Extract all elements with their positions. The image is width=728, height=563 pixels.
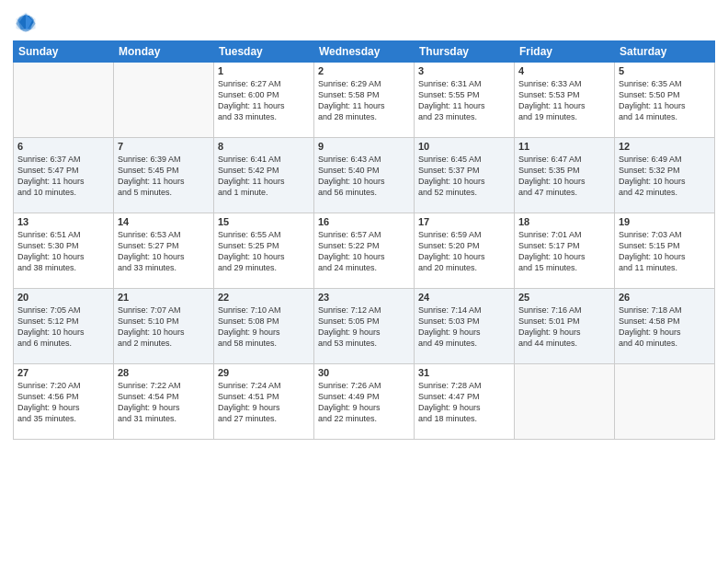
day-number: 18 [518, 216, 610, 227]
calendar-cell [515, 364, 615, 440]
day-number: 10 [418, 141, 510, 152]
calendar-cell: 24Sunrise: 7:14 AM Sunset: 5:03 PM Dayli… [415, 289, 515, 364]
calendar-table: SundayMondayTuesdayWednesdayThursdayFrid… [13, 40, 715, 440]
day-number: 23 [318, 292, 410, 303]
calendar-cell: 28Sunrise: 7:22 AM Sunset: 4:54 PM Dayli… [114, 364, 214, 440]
day-number: 26 [619, 292, 711, 303]
day-info: Sunrise: 6:29 AM Sunset: 5:58 PM Dayligh… [318, 78, 410, 123]
calendar-cell [114, 63, 214, 138]
day-number: 20 [17, 292, 109, 303]
calendar-cell: 15Sunrise: 6:55 AM Sunset: 5:25 PM Dayli… [214, 213, 314, 289]
calendar-cell: 12Sunrise: 6:49 AM Sunset: 5:32 PM Dayli… [615, 138, 715, 213]
calendar-cell: 11Sunrise: 6:47 AM Sunset: 5:35 PM Dayli… [515, 138, 615, 213]
day-info: Sunrise: 6:47 AM Sunset: 5:35 PM Dayligh… [518, 154, 610, 199]
calendar-week-row: 6Sunrise: 6:37 AM Sunset: 5:47 PM Daylig… [14, 138, 715, 213]
day-number: 14 [118, 216, 210, 227]
day-number: 24 [418, 292, 510, 303]
day-info: Sunrise: 7:07 AM Sunset: 5:10 PM Dayligh… [118, 304, 210, 350]
day-number: 5 [619, 65, 711, 76]
calendar-cell: 30Sunrise: 7:26 AM Sunset: 4:49 PM Dayli… [314, 364, 415, 440]
day-info: Sunrise: 6:27 AM Sunset: 6:00 PM Dayligh… [218, 78, 310, 123]
calendar-cell: 20Sunrise: 7:05 AM Sunset: 5:12 PM Dayli… [14, 289, 114, 364]
day-number: 13 [17, 216, 109, 227]
calendar-cell: 29Sunrise: 7:24 AM Sunset: 4:51 PM Dayli… [214, 364, 314, 440]
day-info: Sunrise: 7:28 AM Sunset: 4:47 PM Dayligh… [418, 380, 510, 425]
day-number: 21 [118, 292, 210, 303]
day-info: Sunrise: 6:35 AM Sunset: 5:50 PM Dayligh… [619, 78, 711, 123]
calendar-cell: 19Sunrise: 7:03 AM Sunset: 5:15 PM Dayli… [615, 213, 715, 289]
calendar-cell: 13Sunrise: 6:51 AM Sunset: 5:30 PM Dayli… [14, 213, 114, 289]
calendar-cell: 14Sunrise: 6:53 AM Sunset: 5:27 PM Dayli… [114, 213, 214, 289]
calendar-cell: 7Sunrise: 6:39 AM Sunset: 5:45 PM Daylig… [114, 138, 214, 213]
day-number: 16 [318, 216, 410, 227]
day-number: 19 [619, 216, 711, 227]
day-info: Sunrise: 7:16 AM Sunset: 5:01 PM Dayligh… [518, 304, 610, 350]
weekday-header-wednesday: Wednesday [314, 41, 415, 63]
weekday-header-friday: Friday [515, 41, 615, 63]
day-info: Sunrise: 6:51 AM Sunset: 5:30 PM Dayligh… [17, 229, 109, 274]
calendar-week-row: 27Sunrise: 7:20 AM Sunset: 4:56 PM Dayli… [14, 364, 715, 440]
day-info: Sunrise: 7:14 AM Sunset: 5:03 PM Dayligh… [418, 304, 510, 350]
calendar-cell: 27Sunrise: 7:20 AM Sunset: 4:56 PM Dayli… [14, 364, 114, 440]
day-number: 7 [118, 141, 210, 152]
day-number: 12 [619, 141, 711, 152]
calendar-cell: 26Sunrise: 7:18 AM Sunset: 4:58 PM Dayli… [615, 289, 715, 364]
weekday-header-tuesday: Tuesday [214, 41, 314, 63]
calendar-cell: 10Sunrise: 6:45 AM Sunset: 5:37 PM Dayli… [415, 138, 515, 213]
day-info: Sunrise: 7:10 AM Sunset: 5:08 PM Dayligh… [218, 304, 310, 350]
day-number: 3 [418, 65, 510, 76]
calendar-cell: 18Sunrise: 7:01 AM Sunset: 5:17 PM Dayli… [515, 213, 615, 289]
calendar-cell: 8Sunrise: 6:41 AM Sunset: 5:42 PM Daylig… [214, 138, 314, 213]
weekday-header-row: SundayMondayTuesdayWednesdayThursdayFrid… [14, 41, 715, 63]
logo [13, 9, 42, 35]
day-number: 11 [518, 141, 610, 152]
day-number: 15 [218, 216, 310, 227]
page-container: SundayMondayTuesdayWednesdayThursdayFrid… [0, 0, 728, 563]
day-number: 2 [318, 65, 410, 76]
calendar-week-row: 20Sunrise: 7:05 AM Sunset: 5:12 PM Dayli… [14, 289, 715, 364]
calendar-cell: 4Sunrise: 6:33 AM Sunset: 5:53 PM Daylig… [515, 63, 615, 138]
calendar-cell: 17Sunrise: 6:59 AM Sunset: 5:20 PM Dayli… [415, 213, 515, 289]
calendar-cell: 31Sunrise: 7:28 AM Sunset: 4:47 PM Dayli… [415, 364, 515, 440]
day-info: Sunrise: 6:43 AM Sunset: 5:40 PM Dayligh… [318, 154, 410, 199]
day-number: 9 [318, 141, 410, 152]
day-number: 8 [218, 141, 310, 152]
day-info: Sunrise: 7:12 AM Sunset: 5:05 PM Dayligh… [318, 304, 410, 350]
calendar-cell: 22Sunrise: 7:10 AM Sunset: 5:08 PM Dayli… [214, 289, 314, 364]
weekday-header-thursday: Thursday [415, 41, 515, 63]
day-number: 17 [418, 216, 510, 227]
day-number: 30 [318, 367, 410, 378]
weekday-header-monday: Monday [114, 41, 214, 63]
calendar-week-row: 1Sunrise: 6:27 AM Sunset: 6:00 PM Daylig… [14, 63, 715, 138]
day-number: 29 [218, 367, 310, 378]
day-info: Sunrise: 7:20 AM Sunset: 4:56 PM Dayligh… [17, 380, 109, 425]
calendar-cell: 5Sunrise: 6:35 AM Sunset: 5:50 PM Daylig… [615, 63, 715, 138]
day-number: 31 [418, 367, 510, 378]
calendar-cell: 2Sunrise: 6:29 AM Sunset: 5:58 PM Daylig… [314, 63, 415, 138]
weekday-header-sunday: Sunday [14, 41, 114, 63]
day-info: Sunrise: 6:49 AM Sunset: 5:32 PM Dayligh… [619, 154, 711, 199]
day-number: 1 [218, 65, 310, 76]
calendar-cell: 9Sunrise: 6:43 AM Sunset: 5:40 PM Daylig… [314, 138, 415, 213]
day-number: 6 [17, 141, 109, 152]
day-info: Sunrise: 7:03 AM Sunset: 5:15 PM Dayligh… [619, 229, 711, 274]
day-number: 22 [218, 292, 310, 303]
calendar-cell: 6Sunrise: 6:37 AM Sunset: 5:47 PM Daylig… [14, 138, 114, 213]
weekday-header-saturday: Saturday [615, 41, 715, 63]
day-info: Sunrise: 6:59 AM Sunset: 5:20 PM Dayligh… [418, 229, 510, 274]
day-info: Sunrise: 6:41 AM Sunset: 5:42 PM Dayligh… [218, 154, 310, 199]
calendar-cell: 23Sunrise: 7:12 AM Sunset: 5:05 PM Dayli… [314, 289, 415, 364]
day-info: Sunrise: 6:31 AM Sunset: 5:55 PM Dayligh… [418, 78, 510, 123]
day-number: 25 [518, 292, 610, 303]
page-header [13, 9, 715, 35]
day-info: Sunrise: 6:33 AM Sunset: 5:53 PM Dayligh… [518, 78, 610, 123]
day-info: Sunrise: 7:22 AM Sunset: 4:54 PM Dayligh… [118, 380, 210, 425]
day-info: Sunrise: 6:39 AM Sunset: 5:45 PM Dayligh… [118, 154, 210, 199]
day-number: 4 [518, 65, 610, 76]
calendar-cell: 25Sunrise: 7:16 AM Sunset: 5:01 PM Dayli… [515, 289, 615, 364]
day-info: Sunrise: 7:26 AM Sunset: 4:49 PM Dayligh… [318, 380, 410, 425]
calendar-cell: 1Sunrise: 6:27 AM Sunset: 6:00 PM Daylig… [214, 63, 314, 138]
day-number: 28 [118, 367, 210, 378]
calendar-cell: 3Sunrise: 6:31 AM Sunset: 5:55 PM Daylig… [415, 63, 515, 138]
day-info: Sunrise: 6:57 AM Sunset: 5:22 PM Dayligh… [318, 229, 410, 274]
